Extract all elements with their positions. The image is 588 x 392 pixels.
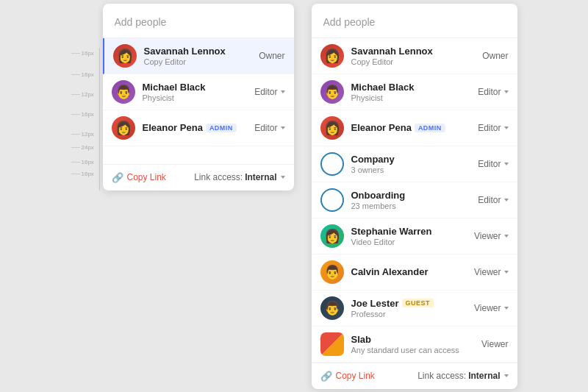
person-row-michael-right[interactable]: Michael Black Physicist Editor [312, 74, 517, 110]
role-editor-eleanor-left[interactable]: Editor [254, 123, 284, 133]
guest-badge: GUEST [402, 299, 434, 307]
person-name-savannah-left: Savannah Lennox [144, 46, 252, 57]
person-info-savannah-right: Savannah Lennox Copy Editor [351, 46, 476, 66]
person-name-michael-right: Michael Black [351, 82, 471, 93]
link-access-left[interactable]: Link access: Internal [194, 172, 284, 182]
admin-badge-left: ADMIN [206, 124, 237, 132]
person-row-eleanor-right[interactable]: Eleanor Pena ADMIN Editor [312, 110, 517, 146]
person-subtitle-savannah-left: Copy Editor [144, 57, 252, 66]
person-row-stephanie[interactable]: Stephanie Warren Video Editor Viewer [312, 218, 517, 254]
role-editor-michael-right[interactable]: Editor [478, 87, 508, 97]
role-owner-left: Owner [259, 51, 284, 61]
person-row-slab[interactable]: Slab Any standard user can access Viewer [312, 327, 517, 363]
role-viewer-stephanie[interactable]: Viewer [474, 231, 508, 241]
role-viewer-calvin[interactable]: Viewer [474, 267, 508, 277]
link-access-label-right: Link access: [417, 371, 466, 381]
left-people-list: Savannah Lennox Copy Editor Owner Michae… [103, 38, 294, 146]
person-subtitle-savannah-right: Copy Editor [351, 57, 476, 66]
person-subtitle-company: 3 owners [351, 165, 471, 174]
role-editor-michael-left[interactable]: Editor [254, 87, 284, 97]
person-name-onboarding: Onboarding [351, 190, 471, 201]
link-icon-left: 🔗 [112, 172, 123, 183]
admin-badge-right: ADMIN [415, 124, 445, 132]
link-access-right[interactable]: Link access: Internal [417, 371, 508, 381]
chevron-down-access-right [504, 374, 509, 377]
chevron-down-company [504, 163, 509, 165]
person-info-michael-left: Michael Black Physicist [143, 82, 248, 102]
person-info-company: Company 3 owners [351, 154, 471, 174]
person-name-eleanor-left: Eleanor Pena ADMIN [143, 122, 248, 133]
person-info-onboarding: Onboarding 23 members [351, 190, 471, 210]
role-owner-right: Owner [482, 51, 508, 61]
role-editor-eleanor-right[interactable]: Editor [478, 123, 508, 133]
person-name-savannah-right: Savannah Lennox [351, 46, 476, 57]
avatar-savannah-left [113, 44, 137, 68]
add-people-input-right[interactable] [323, 16, 506, 28]
chevron-down-joe [504, 307, 509, 310]
avatar-michael-right [320, 80, 344, 104]
person-row-joe[interactable]: Joe Lester GUEST Professor Viewer [312, 291, 517, 327]
person-subtitle-onboarding: 23 members [351, 202, 471, 210]
person-info-calvin: Calvin Alexander [351, 266, 467, 277]
link-access-label-left: Link access: [194, 172, 243, 182]
person-info-eleanor-right: Eleanor Pena ADMIN [351, 122, 471, 133]
person-subtitle-michael-right: Physicist [351, 93, 471, 102]
avatar-company [320, 152, 344, 176]
link-icon-right: 🔗 [320, 371, 332, 382]
person-row-eleanor-left[interactable]: Eleanor Pena ADMIN Editor [103, 110, 294, 146]
person-name-slab: Slab [351, 334, 475, 345]
person-subtitle-michael-left: Physicist [143, 93, 248, 102]
person-row-onboarding[interactable]: Onboarding 23 members Editor [312, 182, 517, 218]
left-panel-header [103, 4, 294, 38]
avatar-eleanor-right [320, 116, 344, 140]
person-info-slab: Slab Any standard user can access [351, 334, 475, 354]
person-info-joe: Joe Lester GUEST Professor [351, 298, 467, 318]
copy-link-right[interactable]: 🔗 Copy Link [320, 371, 375, 382]
copy-link-left[interactable]: 🔗 Copy Link [112, 172, 166, 183]
person-subtitle-slab: Any standard user can access [351, 346, 475, 354]
chevron-down-icon [281, 90, 285, 93]
person-info-michael-right: Michael Black Physicist [351, 82, 471, 102]
person-row-calvin[interactable]: Calvin Alexander Viewer [312, 254, 517, 291]
person-row-savannah-right[interactable]: Savannah Lennox Copy Editor Owner [312, 38, 517, 74]
person-name-michael-left: Michael Black [143, 82, 248, 93]
role-editor-onboarding[interactable]: Editor [478, 195, 508, 205]
right-panel: Savannah Lennox Copy Editor Owner Michae… [312, 4, 517, 389]
avatar-stephanie [320, 224, 344, 248]
role-editor-company[interactable]: Editor [478, 159, 508, 169]
avatar-joe [320, 296, 344, 320]
chevron-down-access-left [281, 176, 285, 179]
avatar-onboarding [320, 188, 344, 212]
person-row-company[interactable]: Company 3 owners Editor [312, 146, 517, 182]
avatar-slab [320, 332, 344, 356]
avatar-eleanor-left [112, 116, 135, 140]
right-panel-header [312, 4, 517, 38]
person-name-calvin: Calvin Alexander [351, 266, 467, 277]
person-info-stephanie: Stephanie Warren Video Editor [351, 226, 467, 246]
avatar-savannah-right [320, 44, 344, 68]
spacing-annotations: 16px 16px 12px 16px 12px 24px 16px 16px [71, 4, 99, 180]
person-name-stephanie: Stephanie Warren [351, 226, 467, 237]
chevron-down-onboarding [504, 199, 509, 202]
avatar-michael-left [112, 80, 135, 104]
access-type-left: Internal [245, 172, 276, 182]
chevron-down-eleanor-right [504, 126, 509, 129]
add-people-input-left[interactable] [115, 16, 282, 28]
role-viewer-slab: Viewer [481, 339, 508, 349]
left-panel: Savannah Lennox Copy Editor Owner Michae… [103, 4, 294, 190]
person-subtitle-joe: Professor [351, 310, 467, 318]
person-name-joe: Joe Lester GUEST [351, 298, 467, 309]
left-panel-footer: 🔗 Copy Link Link access: Internal [103, 164, 294, 190]
chevron-down-michael-right [504, 90, 509, 93]
bracket-line [99, 48, 100, 190]
right-panel-footer: 🔗 Copy Link Link access: Internal [312, 363, 517, 389]
person-name-company: Company [351, 154, 471, 165]
role-viewer-joe[interactable]: Viewer [474, 303, 508, 313]
spacer-left [103, 146, 294, 164]
person-row-michael-left[interactable]: Michael Black Physicist Editor [103, 74, 294, 110]
access-type-right: Internal [468, 371, 500, 381]
person-subtitle-stephanie: Video Editor [351, 238, 467, 246]
chevron-down-stephanie [504, 235, 509, 238]
chevron-down-calvin [504, 271, 509, 274]
person-row-savannah-left[interactable]: Savannah Lennox Copy Editor Owner [103, 38, 294, 74]
